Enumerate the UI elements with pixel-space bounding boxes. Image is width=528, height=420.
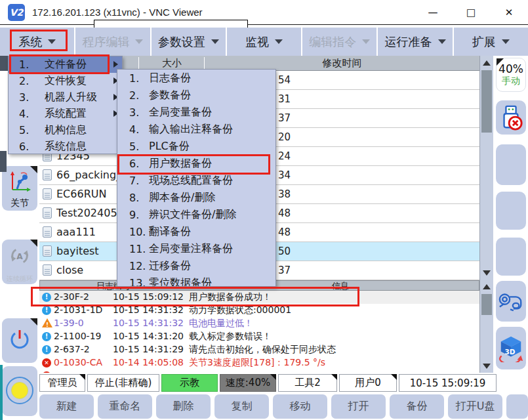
file-mtime: 48 xyxy=(278,226,291,238)
log-message: 请先点击初始化，确保处于同步状态 xyxy=(189,344,336,356)
submenu-item-log-backup[interactable]: 1. 日志备份 xyxy=(117,70,275,87)
file-name: bayitest xyxy=(56,245,99,257)
right-sidebar: 40% 手动 xyxy=(493,56,528,420)
chevron-down-icon xyxy=(275,39,283,44)
vnc-viewer-window: V2 172.16.201.123 (x11vnc) - VNC Viewer … xyxy=(0,0,528,420)
menu-item-number: 5. xyxy=(129,140,149,153)
minimize-button[interactable]: — xyxy=(414,0,452,24)
submenu-item-global-var-backup[interactable]: 3. 全局变量备份 xyxy=(117,104,275,121)
file-mtime: 34 xyxy=(278,169,291,181)
empty-slot-button[interactable] xyxy=(496,192,526,230)
rename-button[interactable]: 重命名 xyxy=(98,394,152,419)
scrollbar-thumb[interactable] xyxy=(481,294,492,315)
submenu-item-fieldbus-config-backup[interactable]: 7. 现场总线配置备份 xyxy=(117,172,275,189)
corner-marker xyxy=(270,374,276,380)
menu-item-file-backup[interactable]: 1. 文件备份 xyxy=(9,56,122,73)
menu-item-label: 输入输出注释备份 xyxy=(149,123,233,136)
menu-item-number: 5. xyxy=(19,124,39,136)
view-3d-button[interactable]: 3D xyxy=(496,327,526,369)
menu-item-label: 全局变量注释备份 xyxy=(149,242,233,256)
submenu-item-plc-backup[interactable]: 5. PLC备份 xyxy=(117,138,275,155)
menu-item-label: 零位数据备份 xyxy=(149,276,212,287)
joint-mode-button[interactable]: 关节 xyxy=(2,166,37,211)
log-row[interactable]: ! 1-39-0 10-15 14:31:32 电池电量过低！ xyxy=(39,317,479,330)
submenu-item-zero-data-backup[interactable]: 13. 零位数据备份 xyxy=(117,274,275,287)
column-header-mtime[interactable]: 修改时间 xyxy=(205,57,479,70)
menu-item-robot-upgrade[interactable]: 3. 机器人升级 xyxy=(9,89,122,106)
menu-item-number: 6. xyxy=(19,140,39,153)
empty-slot-button[interactable] xyxy=(496,238,526,276)
menu-item-label: 文件备份 xyxy=(45,58,87,72)
log-row[interactable]: ! 2-30F-2 10-15 15:09:12 用户数据备份成功！ xyxy=(39,291,479,304)
maximize-button[interactable]: □ xyxy=(452,0,490,24)
log-row[interactable]: ! 2-637-2 10-15 14:31:29 请先点击初始化，确保处于同步状… xyxy=(39,343,479,356)
teach-pendant-button[interactable] xyxy=(496,281,526,322)
menu-tab-extend[interactable]: 扩展 xyxy=(454,28,528,56)
clipped-button[interactable] xyxy=(506,394,528,419)
menu-tab-run-prepare[interactable]: 运行准备 xyxy=(378,28,453,56)
move-button[interactable]: 移动 xyxy=(273,394,327,419)
copy-button[interactable]: 复制 xyxy=(214,394,269,419)
menu-item-label: 系统配置 xyxy=(45,107,87,121)
chevron-down-icon xyxy=(135,39,143,44)
log-row[interactable]: ! 2-1100-19 10-15 14:31:20 载入标定参数错误！ xyxy=(39,330,479,343)
submenu-item-migration-backup[interactable]: 12. 迁移备份 xyxy=(117,257,275,274)
open-usb-button[interactable]: 打开U盘 xyxy=(448,394,502,419)
usb-status-button[interactable] xyxy=(496,100,526,135)
backup-button[interactable]: 备份 xyxy=(390,394,444,419)
submenu-item-io-comment-backup[interactable]: 4. 输入输出注释备份 xyxy=(117,121,275,138)
log-row[interactable]: ✕ 0-1030-CA 10-14 14:05:08 关节3速度超限[178]：… xyxy=(39,356,479,369)
menu-item-mechanism-info[interactable]: 5. 机构信息 xyxy=(9,122,122,138)
menu-item-label: PLC备份 xyxy=(149,140,190,154)
log-row[interactable]: ✕ xyxy=(39,369,479,373)
log-scrollbar[interactable] xyxy=(479,280,493,373)
file-mtime: 37 xyxy=(278,112,291,124)
submenu-item-user-data-backup[interactable]: 6. 用户数据备份 xyxy=(117,155,275,172)
submenu-item-parameter-backup[interactable]: 2. 参数备份 xyxy=(117,87,275,104)
new-button[interactable]: 新建 xyxy=(39,394,94,419)
close-button[interactable]: ✕ xyxy=(490,0,528,24)
tool-selector[interactable]: 工具2 xyxy=(278,374,337,392)
menu-tab-parameter[interactable]: 参数设置 xyxy=(152,28,227,56)
speed-mode-button[interactable]: 40% 手动 xyxy=(496,58,526,92)
file-icon xyxy=(43,188,52,200)
menu-tab-label: 编辑指令 xyxy=(309,34,356,50)
log-code: 0-1030-CA xyxy=(54,357,102,368)
menu-tab-label: 扩展 xyxy=(472,34,496,50)
log-time: 10-15 14:31:29 xyxy=(113,344,184,354)
menu-item-system-info[interactable]: 6. 系统信息 xyxy=(9,138,122,155)
menu-item-system-config[interactable]: 4. 系统配置 xyxy=(9,106,122,122)
submenu-item-script-backup-delete[interactable]: 8. 脚本备份/删除 xyxy=(117,189,275,206)
open-button[interactable]: 打开 xyxy=(331,394,386,419)
file-list-scrollbar[interactable] xyxy=(479,56,493,280)
submenu-item-translation-backup[interactable]: 10. 翻译备份 xyxy=(117,223,275,240)
menu-item-number: 1. xyxy=(129,72,149,85)
speed-selector[interactable]: 速度:40% xyxy=(220,374,276,392)
menu-tab-system[interactable]: 系统 xyxy=(0,28,75,56)
file-mtime: 50 xyxy=(278,245,291,257)
menu-item-label: 文件恢复 xyxy=(45,74,87,88)
menu-tab-label: 参数设置 xyxy=(158,34,205,50)
scroll-down-icon[interactable] xyxy=(483,364,491,369)
scroll-down-icon[interactable] xyxy=(483,270,491,276)
menu-item-file-restore[interactable]: 2. 文件恢复 xyxy=(9,73,122,89)
user-frame-selector[interactable]: 用户0 xyxy=(339,374,397,392)
user-role-selector[interactable]: 管理员 xyxy=(39,374,85,392)
user-role-label: 管理员 xyxy=(48,377,77,389)
power-button[interactable] xyxy=(2,318,37,363)
column-header-size[interactable]: 大小 xyxy=(139,57,205,70)
empty-slot-button[interactable] xyxy=(496,144,526,185)
chevron-down-icon xyxy=(48,39,56,44)
submenu-item-global-var-comment-backup[interactable]: 11. 全局变量注释备份 xyxy=(117,240,275,257)
scroll-up-icon[interactable] xyxy=(483,284,491,289)
file-mtime: 24 xyxy=(278,150,291,162)
scroll-up-icon[interactable] xyxy=(483,60,491,66)
menu-tab-monitor[interactable]: 监视 xyxy=(227,28,302,56)
continuous-loop-button[interactable]: A 连续循环 xyxy=(2,240,37,284)
scrollbar-thumb[interactable] xyxy=(481,70,492,133)
delete-button[interactable]: 删除 xyxy=(156,394,211,419)
hold-to-run-button[interactable] xyxy=(2,366,37,416)
log-row[interactable]: ! 2-1031-1D 10-15 14:31:32 动力学数据状态:00000… xyxy=(39,304,479,317)
svg-text:A: A xyxy=(16,252,23,261)
submenu-item-identify-file-backup-delete[interactable]: 9. 辨识文件备份/删除 xyxy=(117,206,275,223)
